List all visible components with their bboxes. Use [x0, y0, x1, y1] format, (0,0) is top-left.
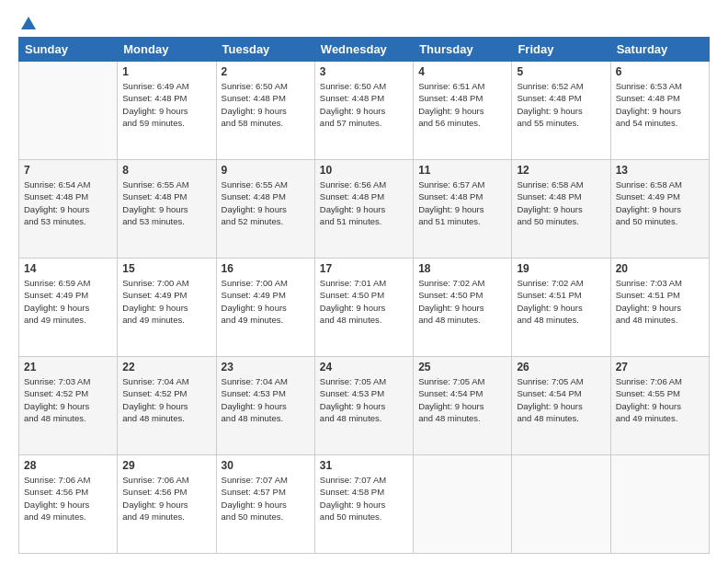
col-friday: Friday — [512, 38, 610, 62]
day-info: Sunrise: 6:51 AM Sunset: 4:48 PM Dayligh… — [418, 80, 506, 129]
col-thursday: Thursday — [414, 38, 512, 62]
table-cell: 23Sunrise: 7:04 AM Sunset: 4:53 PM Dayli… — [216, 357, 314, 455]
day-info: Sunrise: 7:07 AM Sunset: 4:58 PM Dayligh… — [320, 474, 408, 523]
day-info: Sunrise: 6:58 AM Sunset: 4:49 PM Dayligh… — [616, 178, 704, 227]
day-info: Sunrise: 6:55 AM Sunset: 4:48 PM Dayligh… — [222, 178, 310, 227]
table-cell: 21Sunrise: 7:03 AM Sunset: 4:52 PM Dayli… — [19, 357, 118, 455]
day-number: 4 — [418, 65, 506, 78]
day-number: 21 — [24, 361, 112, 373]
logo — [18, 15, 39, 29]
day-info: Sunrise: 7:05 AM Sunset: 4:54 PM Dayligh… — [418, 375, 506, 424]
day-number: 20 — [616, 262, 704, 275]
col-sunday: Sunday — [19, 38, 118, 62]
table-cell: 6Sunrise: 6:53 AM Sunset: 4:48 PM Daylig… — [610, 62, 709, 160]
table-cell: 14Sunrise: 6:59 AM Sunset: 4:49 PM Dayli… — [19, 259, 118, 357]
calendar-table: Sunday Monday Tuesday Wednesday Thursday… — [18, 37, 710, 554]
table-cell: 26Sunrise: 7:05 AM Sunset: 4:54 PM Dayli… — [512, 357, 610, 455]
col-monday: Monday — [118, 38, 216, 62]
day-number: 8 — [122, 164, 210, 177]
calendar-week-row: 1Sunrise: 6:49 AM Sunset: 4:48 PM Daylig… — [19, 62, 710, 160]
table-cell: 1Sunrise: 6:49 AM Sunset: 4:48 PM Daylig… — [118, 62, 216, 160]
calendar-week-row: 7Sunrise: 6:54 AM Sunset: 4:48 PM Daylig… — [19, 160, 710, 259]
day-info: Sunrise: 7:00 AM Sunset: 4:49 PM Dayligh… — [222, 277, 310, 326]
day-info: Sunrise: 7:04 AM Sunset: 4:52 PM Dayligh… — [122, 375, 210, 424]
table-cell: 2Sunrise: 6:50 AM Sunset: 4:48 PM Daylig… — [216, 62, 314, 160]
day-number: 9 — [222, 164, 310, 177]
table-cell: 11Sunrise: 6:57 AM Sunset: 4:48 PM Dayli… — [414, 160, 512, 259]
day-number: 5 — [517, 65, 605, 78]
day-info: Sunrise: 7:05 AM Sunset: 4:54 PM Dayligh… — [517, 375, 605, 424]
table-cell: 3Sunrise: 6:50 AM Sunset: 4:48 PM Daylig… — [314, 62, 413, 160]
day-info: Sunrise: 6:50 AM Sunset: 4:48 PM Dayligh… — [320, 80, 408, 129]
table-cell: 19Sunrise: 7:02 AM Sunset: 4:51 PM Dayli… — [512, 259, 610, 357]
table-cell: 5Sunrise: 6:52 AM Sunset: 4:48 PM Daylig… — [512, 62, 610, 160]
day-number: 26 — [517, 361, 605, 373]
table-cell: 12Sunrise: 6:58 AM Sunset: 4:48 PM Dayli… — [512, 160, 610, 259]
col-tuesday: Tuesday — [216, 38, 314, 62]
day-number: 14 — [24, 262, 112, 275]
table-cell: 15Sunrise: 7:00 AM Sunset: 4:49 PM Dayli… — [118, 259, 216, 357]
day-number: 18 — [418, 262, 506, 275]
day-number: 13 — [616, 164, 704, 177]
table-cell: 16Sunrise: 7:00 AM Sunset: 4:49 PM Dayli… — [216, 259, 314, 357]
day-number: 17 — [320, 262, 408, 275]
day-info: Sunrise: 7:06 AM Sunset: 4:56 PM Dayligh… — [24, 474, 112, 523]
day-number: 12 — [517, 164, 605, 177]
day-info: Sunrise: 6:50 AM Sunset: 4:48 PM Dayligh… — [222, 80, 310, 129]
day-number: 1 — [122, 65, 210, 78]
day-number: 22 — [122, 361, 210, 373]
table-cell: 20Sunrise: 7:03 AM Sunset: 4:51 PM Dayli… — [610, 259, 709, 357]
table-cell: 18Sunrise: 7:02 AM Sunset: 4:50 PM Dayli… — [414, 259, 512, 357]
day-info: Sunrise: 7:00 AM Sunset: 4:49 PM Dayligh… — [122, 277, 210, 326]
day-number: 23 — [222, 361, 310, 373]
table-cell: 28Sunrise: 7:06 AM Sunset: 4:56 PM Dayli… — [19, 455, 118, 554]
col-wednesday: Wednesday — [314, 38, 413, 62]
day-info: Sunrise: 7:04 AM Sunset: 4:53 PM Dayligh… — [222, 375, 310, 424]
day-number: 7 — [24, 164, 112, 177]
header — [18, 15, 710, 29]
day-number: 10 — [320, 164, 408, 177]
day-info: Sunrise: 6:53 AM Sunset: 4:48 PM Dayligh… — [616, 80, 704, 129]
calendar-week-row: 28Sunrise: 7:06 AM Sunset: 4:56 PM Dayli… — [19, 455, 710, 554]
day-number: 11 — [418, 164, 506, 177]
table-cell — [414, 455, 512, 554]
day-number: 19 — [517, 262, 605, 275]
svg-marker-0 — [21, 17, 36, 29]
day-number: 27 — [616, 361, 704, 373]
day-number: 6 — [616, 65, 704, 78]
day-info: Sunrise: 7:01 AM Sunset: 4:50 PM Dayligh… — [320, 277, 408, 326]
table-cell: 30Sunrise: 7:07 AM Sunset: 4:57 PM Dayli… — [216, 455, 314, 554]
day-info: Sunrise: 6:56 AM Sunset: 4:48 PM Dayligh… — [320, 178, 408, 227]
col-saturday: Saturday — [610, 38, 709, 62]
day-number: 31 — [320, 459, 408, 472]
day-info: Sunrise: 7:03 AM Sunset: 4:51 PM Dayligh… — [616, 277, 704, 326]
table-cell: 9Sunrise: 6:55 AM Sunset: 4:48 PM Daylig… — [216, 160, 314, 259]
day-info: Sunrise: 7:02 AM Sunset: 4:51 PM Dayligh… — [517, 277, 605, 326]
day-number: 28 — [24, 459, 112, 472]
day-number: 15 — [122, 262, 210, 275]
day-number: 25 — [418, 361, 506, 373]
table-cell: 10Sunrise: 6:56 AM Sunset: 4:48 PM Dayli… — [314, 160, 413, 259]
day-number: 16 — [222, 262, 310, 275]
table-cell — [19, 62, 118, 160]
day-info: Sunrise: 6:54 AM Sunset: 4:48 PM Dayligh… — [24, 178, 112, 227]
table-cell: 8Sunrise: 6:55 AM Sunset: 4:48 PM Daylig… — [118, 160, 216, 259]
day-info: Sunrise: 7:07 AM Sunset: 4:57 PM Dayligh… — [222, 474, 310, 523]
calendar-week-row: 14Sunrise: 6:59 AM Sunset: 4:49 PM Dayli… — [19, 259, 710, 357]
day-info: Sunrise: 7:03 AM Sunset: 4:52 PM Dayligh… — [24, 375, 112, 424]
table-cell: 17Sunrise: 7:01 AM Sunset: 4:50 PM Dayli… — [314, 259, 413, 357]
day-info: Sunrise: 6:55 AM Sunset: 4:48 PM Dayligh… — [122, 178, 210, 227]
page: Sunday Monday Tuesday Wednesday Thursday… — [0, 0, 728, 563]
day-info: Sunrise: 7:06 AM Sunset: 4:55 PM Dayligh… — [616, 375, 704, 424]
day-info: Sunrise: 7:05 AM Sunset: 4:53 PM Dayligh… — [320, 375, 408, 424]
day-number: 30 — [222, 459, 310, 472]
day-number: 2 — [222, 65, 310, 78]
table-cell: 4Sunrise: 6:51 AM Sunset: 4:48 PM Daylig… — [414, 62, 512, 160]
table-cell: 27Sunrise: 7:06 AM Sunset: 4:55 PM Dayli… — [610, 357, 709, 455]
table-cell — [610, 455, 709, 554]
table-cell: 7Sunrise: 6:54 AM Sunset: 4:48 PM Daylig… — [19, 160, 118, 259]
logo-icon — [19, 15, 38, 33]
day-info: Sunrise: 6:49 AM Sunset: 4:48 PM Dayligh… — [122, 80, 210, 129]
day-number: 24 — [320, 361, 408, 373]
day-info: Sunrise: 6:52 AM Sunset: 4:48 PM Dayligh… — [517, 80, 605, 129]
